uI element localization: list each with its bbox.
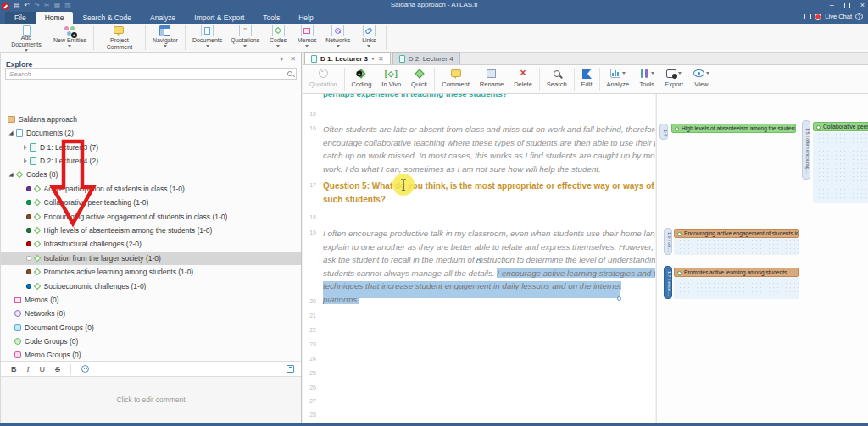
tools-button[interactable]: Tools — [634, 65, 659, 93]
tree-item-documents[interactable]: Documents (2) — [1, 126, 301, 140]
menu-search-and-code[interactable]: Search & Code — [73, 12, 141, 24]
title-bar: ▤ ↶ ↷ ✂ ▦ ▥ Saldana approach - ATLAS.ti … — [0, 0, 868, 12]
feedback-icon[interactable] — [804, 14, 811, 19]
bold-button[interactable]: B — [11, 365, 17, 373]
delete-button[interactable]: × Delete — [509, 65, 537, 93]
live-chat-icon[interactable] — [815, 14, 821, 20]
networks-manager-button[interactable]: Networks — [321, 24, 354, 52]
ribbon-separator — [185, 25, 186, 50]
italic-button[interactable]: I — [27, 365, 30, 373]
tree-item-document-1[interactable]: D 1: Lecturer 3 (7) — [1, 141, 301, 154]
menu-help[interactable]: Help — [289, 12, 322, 24]
memos-manager-button[interactable]: Memos — [292, 24, 321, 52]
coding-button[interactable]: + Coding — [347, 65, 377, 93]
tree-item-memos[interactable]: Memos (0) — [1, 293, 301, 307]
comment-format-toolbar: B I U S — [1, 361, 301, 377]
code-tag-encouraging[interactable]: Encouraging active engagement of student… — [674, 229, 799, 238]
tree-item-memo-groups[interactable]: Memo Groups (0) — [1, 348, 301, 362]
documents-manager-button[interactable]: Documents — [188, 24, 226, 52]
search-icon — [287, 71, 292, 76]
menu-file[interactable]: File — [5, 12, 36, 24]
document-tab-bar: D 1: Lecturer 3 ✕ D 2: Lecturer 4 — [303, 53, 868, 65]
rename-button[interactable]: Rename — [475, 65, 509, 93]
code-dot-icon — [675, 127, 679, 131]
memo-groups-icon — [14, 351, 21, 358]
tree-item-code[interactable]: Encouraging active engagement of student… — [1, 210, 301, 224]
export-button[interactable]: Export — [659, 65, 688, 93]
analyze-button[interactable]: Analyze — [602, 65, 635, 93]
tree-item-code-selected[interactable]: Isolation from the larger society (1-0) — [1, 252, 301, 265]
tree-item-codes[interactable]: Codes (8) — [1, 168, 301, 181]
comment-editor[interactable]: Click to edit comment — [1, 377, 301, 423]
tab-dropdown-icon[interactable] — [371, 58, 375, 60]
selection-start-handle[interactable] — [476, 259, 481, 263]
quotation-bracket[interactable]: 1:4 — [659, 124, 668, 140]
ribbon-separator — [93, 25, 94, 50]
menu-import-export[interactable]: Import & Export — [185, 12, 253, 24]
minimize-button[interactable]: – — [830, 1, 834, 9]
expand-icon[interactable] — [24, 158, 27, 163]
in-vivo-button[interactable]: [◇] In Vivo — [376, 65, 406, 93]
code-icon — [33, 213, 40, 220]
strikethrough-button[interactable]: S — [55, 365, 60, 373]
tree-item-code[interactable]: Collaborative peer teaching (1-0) — [1, 196, 301, 209]
tab-lecturer-4[interactable]: D 2: Lecturer 4 — [392, 52, 460, 64]
add-documents-button[interactable]: Add Documents — [3, 24, 49, 52]
code-icon — [33, 268, 40, 275]
project-comment-button[interactable]: Project Comment — [97, 24, 142, 52]
emoji-icon[interactable] — [81, 365, 89, 373]
code-tag-high-levels[interactable]: High levels of absenteeism among the stu… — [671, 124, 796, 133]
codes-manager-button[interactable]: Codes — [264, 24, 292, 52]
underline-button[interactable]: U — [40, 365, 46, 373]
panel-close-icon[interactable]: ✕ — [290, 55, 296, 63]
tab-lecturer-3[interactable]: D 1: Lecturer 3 ✕ — [304, 52, 391, 64]
live-chat-label[interactable]: Live Chat — [825, 13, 852, 20]
help-icon[interactable]: ? — [855, 13, 863, 20]
view-button[interactable]: View — [688, 65, 715, 93]
edit-button[interactable]: Edit — [576, 65, 598, 93]
tree-item-code[interactable]: Socioeconomic challenges (1-0) — [1, 279, 301, 293]
tree-item-code[interactable]: High levels of absenteeism among the stu… — [1, 224, 301, 237]
chevron-down-icon — [678, 72, 682, 75]
search-button[interactable]: Search — [542, 65, 572, 93]
menu-home[interactable]: Home — [36, 12, 74, 24]
comment-button[interactable]: Comment — [437, 65, 475, 93]
quotations-manager-button[interactable]: ” Quotations — [226, 24, 264, 52]
collapse-icon[interactable] — [9, 173, 14, 177]
tree-item-networks[interactable]: Networks (0) — [1, 307, 301, 320]
expand-comment-icon[interactable] — [287, 365, 294, 373]
paragraph-number: 15 — [304, 111, 316, 117]
paragraph-number: 27 — [304, 398, 316, 404]
tab-close-icon[interactable]: ✕ — [378, 55, 384, 63]
explore-search-box[interactable]: Search — [5, 68, 297, 80]
close-button[interactable]: × — [860, 1, 865, 9]
quotation-bracket-selected[interactable]: 1:7 I enco… — [664, 266, 672, 299]
new-entities-button[interactable]: New Entities — [49, 24, 91, 52]
tree-item-code-groups[interactable]: Code Groups (0) — [1, 335, 301, 348]
quotation-bracket[interactable]: 1:6 I oft… — [664, 228, 672, 255]
selection-end-handle[interactable] — [617, 296, 621, 301]
tree-item-code[interactable]: Promotes active learning among students … — [1, 265, 301, 279]
paragraph-19: I often encourage productive talk in my … — [323, 227, 654, 293]
code-tag-collaborative[interactable]: Collaborative peer tea — [813, 122, 868, 131]
quick-coding-button[interactable]: Quick — [406, 65, 432, 93]
code-tag-promotes[interactable]: Promotes active learning among students — [674, 268, 799, 277]
navigator-button[interactable]: Navigator — [148, 24, 182, 52]
tree-item-document-2[interactable]: D 2: Lecturer 4 (2) — [1, 154, 301, 168]
collapse-icon[interactable] — [9, 131, 14, 136]
document-content[interactable]: perhaps experience in teaching these stu… — [303, 94, 655, 423]
tree-item-code[interactable]: Infrastructural challenges (2-0) — [1, 237, 301, 251]
maximize-button[interactable] — [844, 3, 850, 8]
tree-item-project[interactable]: Saldana approach — [1, 113, 301, 126]
view-icon — [693, 69, 704, 77]
links-manager-button[interactable]: Links — [354, 24, 383, 52]
expand-icon[interactable] — [24, 145, 27, 150]
menu-tools[interactable]: Tools — [253, 12, 289, 24]
quotation-bracket[interactable]: 1:5 I often encourag… — [802, 120, 810, 180]
menu-analyze[interactable]: Analyze — [141, 12, 185, 24]
panel-dropdown-icon[interactable]: ▾ — [280, 55, 283, 63]
tree-item-document-groups[interactable]: Document Groups (0) — [1, 321, 301, 335]
paragraph-17-question: Question 5: What do you think, is the mo… — [323, 180, 654, 207]
tree-item-code[interactable]: Active participation of students in clas… — [1, 182, 301, 196]
comment-icon — [451, 69, 461, 77]
